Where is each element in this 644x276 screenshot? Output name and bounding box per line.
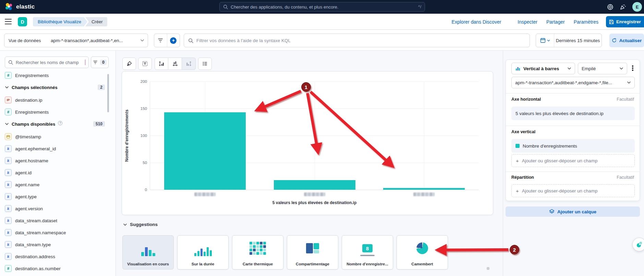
elastic-assistant-button[interactable] <box>632 238 644 251</box>
vertical-axis-add-field[interactable]: + Ajouter ou glisser-déposer un champ <box>511 154 635 167</box>
user-avatar[interactable]: E <box>632 2 642 12</box>
chevron-down-icon <box>5 85 9 89</box>
elastic-logo[interactable]: elastic <box>5 3 35 11</box>
save-icon <box>609 20 614 24</box>
field-filter-button[interactable]: 0 <box>91 57 109 68</box>
field-item-destination-address[interactable]: kdestination.address <box>5 252 105 261</box>
field-item-destination-ip[interactable]: IPdestination.ip <box>5 96 105 104</box>
bar-chart-plot[interactable]: 050100150200 <box>150 81 479 190</box>
plus-icon: + <box>516 158 519 164</box>
suggestions-row: Visualisation en coursSur la duréeCarte … <box>122 235 448 269</box>
suggestion-carte-thermique[interactable]: Carte thermique <box>232 235 283 269</box>
field-item-agent-version[interactable]: kagent.version <box>5 204 105 213</box>
kql-search-input[interactable]: Filtrer vos données à l'aide de la synta… <box>184 34 530 47</box>
visual-options-button[interactable] <box>122 58 136 70</box>
bar-series-1[interactable] <box>274 180 355 190</box>
suggestion-compartimentage[interactable]: Compartimentage <box>287 235 338 269</box>
vertical-axis-dimension[interactable]: Nombre d'enregistrements <box>511 139 635 153</box>
stack-mode-select[interactable]: Empilé <box>578 63 627 74</box>
nav-link-inspecter[interactable]: Inspecter <box>518 19 537 25</box>
news-icon[interactable] <box>620 4 626 10</box>
calendar-button[interactable] <box>536 34 554 47</box>
help-icon[interactable] <box>607 4 613 10</box>
add-filter-button[interactable]: + <box>167 34 180 47</box>
y-axis-tick-label: 0 <box>145 188 147 192</box>
metric-icon: 8 <box>342 240 393 256</box>
panel-divider <box>503 51 503 276</box>
menu-icon[interactable] <box>5 19 12 24</box>
text-labels-button[interactable] <box>138 58 152 70</box>
suggestion-nombre-d-enregistre[interactable]: 8Nombre d'enregistre... <box>342 235 393 269</box>
field-section-champs-selectionnes[interactable]: Champs sélectionnés2 <box>5 83 105 91</box>
field-item-data-stream-type[interactable]: kdata_stream.type <box>5 240 105 249</box>
scrollbar-handle[interactable] <box>487 267 489 270</box>
suggestions-toggle[interactable]: Suggestions <box>123 222 158 227</box>
suggestion-camembert[interactable]: Camembert <box>397 235 448 269</box>
legend-button[interactable] <box>198 58 212 70</box>
breadcrumb-create: Créer <box>85 17 108 26</box>
time-range-value[interactable]: Dernières 15 minutes <box>554 38 602 43</box>
nav-link-partager[interactable]: Partager <box>546 19 565 25</box>
field-list-sidebar: Rechercher les noms de champ 0 #Enregist… <box>0 51 116 276</box>
field-search-input[interactable]: Rechercher les noms de champ <box>5 57 89 68</box>
y-axis-tick-label: 50 <box>143 161 147 165</box>
field-item-agent-name[interactable]: kagent.name <box>5 180 105 189</box>
field-item-agent-id[interactable]: kagent.id <box>5 168 105 177</box>
bottom-axis-button[interactable] <box>168 58 182 70</box>
sidebar-scrollbar[interactable] <box>107 74 109 112</box>
suggestion-sur-la-duree[interactable]: Sur la durée <box>177 235 229 269</box>
filter-icon[interactable] <box>154 34 167 47</box>
bar-series-0[interactable] <box>164 112 246 190</box>
field-item-timestamp[interactable]: @timestamp <box>5 133 105 141</box>
global-search-placeholder: Chercher des applications, du contenu, e… <box>231 4 415 10</box>
nav-link-parametres[interactable]: Paramètres <box>574 19 598 25</box>
data-view-label[interactable]: Vue de données <box>4 34 48 47</box>
field-name: destination.as.number <box>15 266 61 271</box>
ip-field-icon: IP <box>5 97 12 103</box>
field-name: destination.ip <box>15 98 42 103</box>
chevron-down-icon <box>567 66 571 71</box>
search-icon <box>8 60 13 65</box>
field-item-agent-ephemeral-id[interactable]: kagent.ephemeral_id <box>5 145 105 153</box>
field-item-data-stream-dataset[interactable]: kdata_stream.dataset <box>5 216 105 225</box>
field-item-data-stream-namespace[interactable]: kdata_stream.namespace <box>5 228 105 237</box>
breakdown-add-field[interactable]: + Ajouter ou glisser-déposer un champ <box>511 184 635 197</box>
nav-link-explorer-dans-discover[interactable]: Explorer dans Discover <box>452 19 501 25</box>
suggestion-label: Carte thermique <box>234 262 282 266</box>
breakdown-title: Répartition <box>511 175 534 180</box>
field-item-agent-type[interactable]: kagent.type <box>5 192 105 201</box>
field-section-champs-disponibles[interactable]: Champs disponibles?510 <box>5 120 105 128</box>
app-badge[interactable]: D <box>18 17 27 26</box>
suggestion-visualisation-en-cours[interactable]: Visualisation en cours <box>122 235 174 269</box>
axis-bottom-icon <box>172 61 178 66</box>
x-axis-label-blurred <box>304 192 325 196</box>
add-layer-button[interactable]: Ajouter un calque <box>506 206 640 217</box>
horizontal-axis-title: Axe horizontal <box>511 97 541 102</box>
left-axis-button[interactable] <box>155 58 168 70</box>
field-item-enregistrements[interactable]: #Enregistrements <box>5 71 105 79</box>
field-name: Enregistrements <box>15 110 49 115</box>
data-view-value: apm-*-transaction*,auditbeat-*,en... <box>51 38 137 43</box>
app-nav-row: D Bibliothèque Visualize Créer Explorer … <box>0 14 644 30</box>
refresh-button[interactable]: Actualiser <box>609 34 644 47</box>
paintbrush-icon <box>126 61 132 66</box>
field-item-destination-as-number[interactable]: #destination.as.number <box>5 264 105 273</box>
number-field-icon: # <box>5 109 12 115</box>
visualization-workspace: Nombre d'enregistrements 050100150200 5 … <box>122 71 493 215</box>
right-axis-button <box>182 58 196 70</box>
layer-settings-icon[interactable] <box>632 65 633 71</box>
global-search-input[interactable]: Chercher des applications, du contenu, e… <box>219 2 425 12</box>
add-field-label: Ajouter ou glisser-déposer un champ <box>522 158 598 163</box>
layer-index-pattern-select[interactable]: apm-*-transaction*,auditbeat-*,endgame-*… <box>511 77 635 88</box>
field-list: #EnregistrementsChamps sélectionnés2IPde… <box>5 71 105 276</box>
nav-actions: Explorer dans DiscoverInspecterPartagerP… <box>452 14 598 30</box>
field-name: data_stream.namespace <box>15 230 66 235</box>
horizontal-axis-dimension[interactable]: 5 valeurs les plus élevées de destinatio… <box>511 106 635 120</box>
chart-type-select[interactable]: Vertical à barres <box>511 63 575 74</box>
suggestions-label: Suggestions <box>130 222 158 227</box>
field-item-agent-hostname[interactable]: kagent.hostname <box>5 156 105 165</box>
breadcrumb-visualize-library[interactable]: Bibliothèque Visualize <box>33 17 87 26</box>
data-view-selector[interactable]: apm-*-transaction*,auditbeat-*,en... <box>47 34 148 47</box>
save-button[interactable]: Enregistrer <box>606 16 644 27</box>
field-item-enregistrements[interactable]: #Enregistrements <box>5 108 105 116</box>
